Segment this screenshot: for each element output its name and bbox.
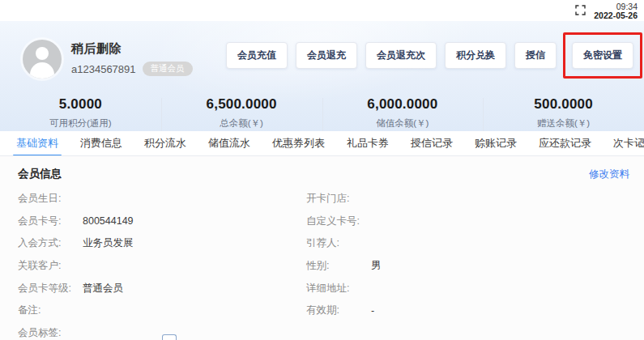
- stat-value: 6,500.0000: [161, 96, 322, 113]
- field-label: 会员卡号:: [18, 215, 75, 228]
- stat-total-balance: 6,500.0000 总余额(￥): [161, 96, 322, 131]
- avatar: [23, 40, 62, 79]
- fullscreen-icon[interactable]: [575, 5, 586, 15]
- field-opening-store: 开卡门店:: [306, 188, 644, 210]
- field-join-method: 入会方式: 业务员发展: [18, 232, 306, 255]
- member-detail-page: 09:34 2022-05-26 稍后删除 a1234567891 普通会员 会…: [0, 0, 644, 340]
- field-referrer: 引荐人:: [306, 232, 644, 255]
- gear-icon[interactable]: ⚙: [638, 136, 644, 151]
- field-remarks: 备注:: [18, 300, 306, 322]
- clock: 09:34 2022-05-26: [594, 1, 638, 20]
- field-value: 普通会员: [83, 282, 123, 295]
- field-label: 有效期:: [306, 304, 363, 317]
- tab-points-flow[interactable]: 积分流水: [144, 131, 186, 156]
- tab-credit-account-records[interactable]: 赊账记录: [475, 131, 517, 156]
- member-header: 稍后删除 a1234567891 普通会员 会员充值 会员退充 会员退充次 积分…: [0, 21, 644, 131]
- member-account: a1234567891: [71, 63, 136, 75]
- stat-gift-balance: 500.0000 赠送余额(￥): [483, 96, 644, 131]
- field-label: 引荐人:: [306, 236, 363, 250]
- stat-value: 6,000.0000: [322, 96, 484, 113]
- field-label: 入会方式:: [18, 236, 75, 250]
- stat-label: 可用积分(通用): [0, 117, 161, 130]
- member-info-grid: 会员生日: 会员卡号: 800544149 入会方式: 业务员发展 关联客户: …: [0, 188, 644, 340]
- info-column-right: 开卡门店: 自定义卡号: 引荐人: 性别: 男 详细地址:: [306, 188, 644, 340]
- tab-consumption-info[interactable]: 消费信息: [80, 131, 122, 156]
- member-name: 稍后删除: [71, 41, 193, 57]
- section-header: 会员信息 修改资料: [0, 156, 644, 185]
- field-card-number: 会员卡号: 800544149: [18, 210, 306, 233]
- field-card-level: 会员卡等级: 普通会员: [18, 277, 306, 300]
- section-title: 会员信息: [18, 167, 62, 181]
- field-label: 开卡门店:: [306, 192, 363, 206]
- stat-available-points: 5.0000 可用积分(通用): [0, 96, 161, 131]
- tab-basic-info[interactable]: 基础资料: [16, 131, 58, 156]
- stat-value: 500.0000: [483, 96, 644, 113]
- refund-times-button[interactable]: 会员退充次: [365, 42, 437, 69]
- stat-label: 总余额(￥): [161, 117, 322, 130]
- edit-profile-link[interactable]: 修改资料: [589, 168, 629, 181]
- tab-repayment-records[interactable]: 应还款记录: [539, 131, 591, 156]
- points-exchange-button[interactable]: 积分兑换: [445, 42, 506, 69]
- field-custom-card-number: 自定义卡号:: [306, 210, 644, 233]
- basic-info-panel: 会员信息 修改资料 会员生日: 会员卡号: 800544149 入会方式: 业务…: [0, 156, 644, 340]
- field-label: 会员生日:: [18, 192, 75, 206]
- field-label: 自定义卡号:: [306, 215, 363, 228]
- field-label: 会员卡等级:: [18, 282, 75, 295]
- red-highlight-annotation: 免密设置: [563, 32, 642, 79]
- tab-gift-cards[interactable]: 礼品卡券: [347, 131, 389, 156]
- refund-recharge-button[interactable]: 会员退充: [296, 42, 357, 69]
- field-gender: 性别: 男: [306, 255, 644, 278]
- field-related-customer: 关联客户:: [18, 255, 306, 278]
- recharge-button[interactable]: 会员充值: [226, 42, 288, 69]
- field-label: 性别:: [306, 259, 363, 273]
- tab-credit-records[interactable]: 授信记录: [411, 131, 453, 156]
- field-label: 关联客户:: [18, 259, 75, 273]
- field-label: 备注:: [18, 304, 75, 317]
- field-label: 会员标签:: [18, 326, 75, 340]
- stat-value: 5.0000: [0, 96, 161, 113]
- field-address: 详细地址:: [306, 277, 644, 300]
- action-buttons: 会员充值 会员退充 会员退充次 积分兑换 授信 免密设置: [226, 42, 639, 69]
- credit-button[interactable]: 授信: [514, 42, 557, 69]
- balance-stats: 5.0000 可用积分(通用) 6,500.0000 总余额(￥) 6,000.…: [0, 96, 644, 131]
- field-value: 业务员发展: [83, 236, 134, 250]
- current-date: 2022-05-26: [594, 11, 638, 20]
- field-label: 详细地址:: [306, 282, 363, 295]
- tab-coupon-list[interactable]: 优惠券列表: [272, 131, 325, 156]
- member-level-badge: 普通会员: [143, 62, 193, 76]
- member-identity: 稍后删除 a1234567891 普通会员: [71, 41, 193, 76]
- topbar: 09:34 2022-05-26: [0, 0, 644, 21]
- info-column-left: 会员生日: 会员卡号: 800544149 入会方式: 业务员发展 关联客户: …: [0, 188, 306, 340]
- field-value: 800544149: [83, 215, 134, 227]
- stat-stored-balance: 6,000.0000 储值余额(￥): [322, 96, 484, 131]
- add-tag-button-partial[interactable]: [162, 334, 177, 340]
- detail-tabs: 基础资料 消费信息 积分流水 储值流水 优惠券列表 礼品卡券 授信记录 赊账记录…: [0, 131, 644, 156]
- field-birthday: 会员生日:: [18, 188, 306, 210]
- stat-label: 赠送余额(￥): [483, 117, 644, 130]
- stat-label: 储值余额(￥): [322, 117, 484, 130]
- tab-stored-value-flow[interactable]: 储值流水: [208, 131, 250, 156]
- field-value: 男: [371, 259, 382, 273]
- field-validity-period: 有效期: -: [306, 300, 644, 322]
- field-value: -: [371, 305, 374, 317]
- member-identity-row: 稍后删除 a1234567891 普通会员 会员充值 会员退充 会员退充次 积分…: [0, 21, 644, 84]
- password-free-setting-button[interactable]: 免密设置: [572, 42, 633, 69]
